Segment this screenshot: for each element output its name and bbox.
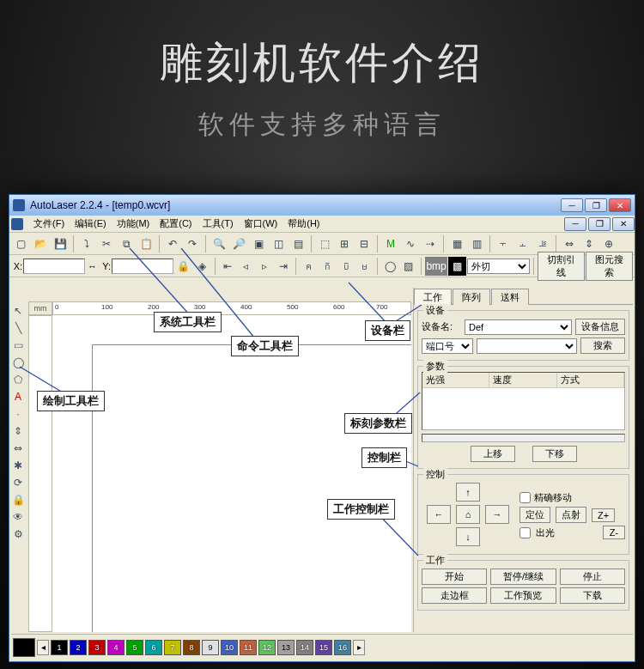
menu-config[interactable]: 配置(C) bbox=[155, 216, 197, 232]
intersect-icon[interactable]: ⩂ bbox=[337, 257, 355, 276]
jog-down-button[interactable]: ↓ bbox=[456, 527, 480, 546]
align-top-icon[interactable]: ⫟ bbox=[494, 234, 513, 253]
move-down-button[interactable]: 下移 bbox=[532, 446, 577, 462]
menu-edit[interactable]: 编辑(E) bbox=[70, 216, 112, 232]
save-icon[interactable]: 💾 bbox=[51, 234, 70, 253]
params-scrollbar[interactable] bbox=[422, 434, 625, 442]
path-icon[interactable]: ⇢ bbox=[421, 234, 440, 253]
dist-h-icon[interactable]: ⇔ bbox=[560, 234, 579, 253]
color-swatch-2[interactable]: 2 bbox=[70, 640, 87, 655]
pause-button[interactable]: 暂停/继续 bbox=[490, 569, 556, 585]
zoom-page-icon[interactable]: ▤ bbox=[289, 234, 307, 253]
mirror-v-icon[interactable]: ⇕ bbox=[10, 423, 26, 439]
jog-left-button[interactable]: ← bbox=[427, 505, 451, 524]
system-menu-icon[interactable] bbox=[11, 218, 23, 230]
color-swatch-14[interactable]: 14 bbox=[296, 640, 313, 655]
color-swatch-5[interactable]: 5 bbox=[126, 640, 143, 655]
mdi-minimize-button[interactable]: ─ bbox=[564, 217, 586, 231]
color-next-button[interactable]: ▸ bbox=[353, 640, 365, 655]
align-mid-icon[interactable]: ⫠ bbox=[513, 234, 532, 253]
cut-icon[interactable]: ✂ bbox=[97, 234, 116, 253]
mdi-close-button[interactable]: ✕ bbox=[612, 217, 635, 231]
array-icon[interactable]: ▦ bbox=[447, 234, 466, 253]
rotate-tool-icon[interactable]: ⟳ bbox=[10, 475, 26, 490]
frame-button[interactable]: 走边框 bbox=[422, 587, 487, 604]
outline-icon[interactable]: ◯ bbox=[381, 257, 399, 276]
maximize-button[interactable]: ❐ bbox=[585, 198, 607, 212]
color-swatch-13[interactable]: 13 bbox=[277, 640, 295, 655]
point-tool-icon[interactable]: · bbox=[10, 406, 26, 422]
show-tool-icon[interactable]: 👁 bbox=[10, 509, 26, 525]
color-swatch-3[interactable]: 3 bbox=[88, 640, 106, 655]
undo-icon[interactable]: ↶ bbox=[163, 234, 182, 253]
grid-icon[interactable]: ▥ bbox=[467, 234, 486, 253]
bmp-icon[interactable]: bmp bbox=[425, 257, 447, 276]
menu-window[interactable]: 窗口(W) bbox=[239, 216, 283, 232]
color-swatch-4[interactable]: 4 bbox=[107, 640, 125, 655]
device-name-select[interactable]: Def bbox=[465, 319, 572, 335]
dot-shoot-button[interactable]: 点射 bbox=[556, 507, 586, 523]
lock-tool-icon[interactable]: 🔒 bbox=[10, 492, 26, 508]
dither-icon[interactable]: ▩ bbox=[448, 257, 466, 276]
zoom-selection-icon[interactable]: ◫ bbox=[269, 234, 288, 253]
tab-feed[interactable]: 送料 bbox=[491, 289, 529, 305]
tab-work[interactable]: 工作 bbox=[414, 289, 452, 305]
close-button[interactable]: ✕ bbox=[609, 198, 631, 212]
coord-y-input[interactable] bbox=[112, 258, 173, 274]
node-edit-icon[interactable]: ✱ bbox=[10, 458, 26, 473]
new-icon[interactable]: ▢ bbox=[11, 234, 30, 253]
group-icon[interactable]: ⊞ bbox=[335, 234, 354, 253]
line-tool-icon[interactable]: ╲ bbox=[10, 320, 26, 336]
hatch-icon[interactable]: ▨ bbox=[399, 257, 417, 276]
dist-v-icon[interactable]: ⇕ bbox=[580, 234, 598, 253]
weld-icon[interactable]: ⩀ bbox=[300, 257, 318, 276]
move-up-button[interactable]: 上移 bbox=[471, 446, 515, 462]
menu-file[interactable]: 文件(F) bbox=[28, 216, 70, 232]
color-swatch-9[interactable]: 9 bbox=[202, 640, 219, 655]
menu-help[interactable]: 帮助(H) bbox=[283, 216, 325, 232]
preview-button[interactable]: 工作预览 bbox=[490, 587, 556, 604]
color-swatch-15[interactable]: 15 bbox=[315, 640, 332, 655]
color-swatch-16[interactable]: 16 bbox=[334, 640, 351, 655]
menu-func[interactable]: 功能(M) bbox=[112, 216, 155, 232]
laser-out-checkbox[interactable] bbox=[519, 527, 531, 538]
color-swatch-12[interactable]: 12 bbox=[258, 640, 276, 655]
lock-aspect-icon[interactable]: 🔒 bbox=[174, 257, 192, 276]
stop-button[interactable]: 停止 bbox=[560, 569, 625, 585]
primitive-search-button[interactable]: 图元搜索 bbox=[586, 252, 633, 281]
start-button[interactable]: 开始 bbox=[422, 569, 487, 585]
align-bottom-icon[interactable]: ⫡ bbox=[533, 234, 552, 253]
text-tool-icon[interactable]: A bbox=[10, 389, 26, 404]
jog-home-button[interactable]: ⌂ bbox=[456, 505, 480, 524]
anchor-icon[interactable]: ◈ bbox=[193, 257, 211, 276]
color-swatch-10[interactable]: 10 bbox=[221, 640, 238, 655]
import-icon[interactable]: ⤵ bbox=[77, 234, 96, 253]
device-info-button[interactable]: 设备信息 bbox=[575, 319, 625, 335]
go-end-icon[interactable]: ⇥ bbox=[274, 257, 292, 276]
canvas[interactable] bbox=[52, 315, 411, 632]
color-swatch-7[interactable]: 7 bbox=[164, 640, 181, 655]
ellipse-tool-icon[interactable]: ◯ bbox=[10, 355, 26, 370]
mirror-h-icon[interactable]: ⇔ bbox=[10, 441, 26, 456]
coord-x-input[interactable] bbox=[23, 258, 85, 274]
jog-right-button[interactable]: → bbox=[485, 505, 509, 524]
port-value-select[interactable] bbox=[477, 338, 577, 354]
tab-array[interactable]: 阵列 bbox=[453, 289, 490, 305]
current-color-swatch[interactable] bbox=[13, 638, 35, 657]
color-prev-button[interactable]: ◂ bbox=[37, 640, 49, 655]
select-all-icon[interactable]: ⬚ bbox=[315, 234, 334, 253]
zoom-fit-icon[interactable]: ▣ bbox=[249, 234, 268, 253]
locate-button[interactable]: 定位 bbox=[519, 507, 550, 523]
process-mode-select[interactable]: 外切 bbox=[467, 258, 530, 274]
zoom-in-icon[interactable]: 🔍 bbox=[210, 234, 228, 253]
cut-leadline-button[interactable]: 切割引线 bbox=[538, 252, 585, 281]
color-swatch-6[interactable]: 6 bbox=[145, 640, 162, 655]
jog-up-button[interactable]: ↑ bbox=[456, 483, 480, 502]
paste-icon[interactable]: 📋 bbox=[137, 234, 155, 253]
minimize-button[interactable]: ─ bbox=[561, 198, 583, 212]
center-icon[interactable]: ⊕ bbox=[599, 234, 618, 253]
zoom-out-icon[interactable]: 🔎 bbox=[229, 234, 248, 253]
color-swatch-8[interactable]: 8 bbox=[183, 640, 200, 655]
go-start-icon[interactable]: ⇤ bbox=[218, 257, 236, 276]
copy-icon[interactable]: ⧉ bbox=[117, 234, 136, 253]
